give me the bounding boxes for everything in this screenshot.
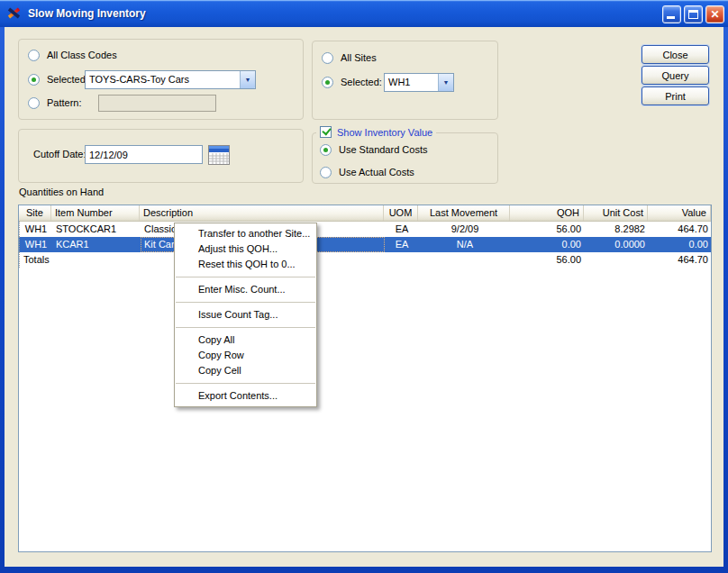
show-inventory-value-checkbox[interactable] [320, 126, 332, 138]
totals-value: 464.70 [649, 252, 712, 268]
menu-item-transfer-site[interactable]: Transfer to another Site... [175, 226, 316, 241]
app-logo-icon [7, 6, 22, 21]
column-header-qoh[interactable]: QOH [510, 205, 584, 221]
titlebar[interactable]: Slow Moving Inventory ✕ [0, 0, 728, 27]
menu-separator [176, 327, 315, 328]
class-code-combobox[interactable]: TOYS-CARS-Toy Cars ▼ [85, 70, 256, 89]
cell-value: 0.00 [649, 237, 712, 252]
print-button[interactable]: Print [642, 86, 709, 105]
pattern-label: Pattern: [47, 97, 82, 108]
cell-uom: EA [385, 237, 419, 252]
menu-separator [176, 383, 315, 384]
selected-site-label: Selected: [341, 77, 382, 87]
use-actual-costs-radio[interactable] [320, 167, 332, 178]
column-header-item-number[interactable]: Item Number [51, 205, 140, 221]
column-header-uom[interactable]: UOM [384, 205, 418, 221]
cell-site: WH1 [20, 222, 52, 237]
menu-item-copy-row[interactable]: Copy Row [175, 348, 316, 363]
menu-item-enter-misc-count[interactable]: Enter Misc. Count... [175, 282, 316, 297]
chevron-down-icon: ▼ [245, 77, 251, 83]
use-actual-costs-label: Use Actual Costs [339, 167, 414, 177]
use-standard-costs-label: Use Standard Costs [339, 144, 427, 155]
minimize-button[interactable] [662, 5, 681, 23]
menu-separator [176, 277, 315, 277]
maximize-button[interactable] [684, 5, 703, 23]
cell-uom: EA [385, 222, 419, 237]
close-button[interactable]: Close [642, 45, 709, 64]
totals-qoh: 56.00 [511, 252, 585, 268]
class-code-dropdown-button[interactable]: ▼ [240, 71, 255, 88]
column-header-site[interactable]: Site [19, 205, 51, 221]
cutoff-date-label: Cutoff Date: [33, 149, 86, 159]
table-row-selected[interactable]: WH1 KCAR1 Kit Car EA N/A 0.00 0.0000 0.0… [19, 237, 711, 252]
cutoff-date-input[interactable] [85, 145, 203, 164]
menu-item-copy-all[interactable]: Copy All [175, 332, 316, 348]
column-header-last-movement[interactable]: Last Movement [418, 205, 510, 221]
all-sites-label: All Sites [341, 52, 377, 63]
selected-site-radio[interactable] [322, 77, 333, 88]
close-window-button[interactable]: ✕ [705, 5, 724, 23]
menu-item-export-contents[interactable]: Export Contents... [175, 388, 316, 404]
maximize-icon [688, 10, 698, 19]
minimize-icon [667, 16, 675, 19]
pattern-input[interactable] [98, 95, 216, 112]
menu-item-reset-qoh[interactable]: Reset this QOH to 0... [175, 257, 316, 272]
site-value: WH1 [388, 74, 410, 91]
column-header-unit-cost[interactable]: Unit Cost [584, 205, 648, 221]
all-class-codes-radio[interactable] [28, 50, 40, 61]
menu-item-copy-cell[interactable]: Copy Cell [175, 363, 316, 378]
pattern-radio[interactable] [28, 97, 40, 109]
close-icon: ✕ [706, 6, 723, 23]
window-title: Slow Moving Inventory [28, 0, 146, 27]
menu-item-adjust-qoh[interactable]: Adjust this QOH... [175, 241, 316, 257]
sites-group: All Sites Selected: WH1 ▼ [312, 41, 498, 120]
query-button[interactable]: Query [642, 66, 709, 85]
app-window: Slow Moving Inventory ✕ All Class Codes … [0, 0, 728, 573]
inventory-value-group: Show Inventory Value Use Standard Costs … [312, 132, 498, 184]
cell-last-movement: 9/2/09 [419, 222, 511, 237]
cell-item-number: KCAR1 [52, 237, 141, 252]
show-inventory-value-label: Show Inventory Value [337, 127, 432, 138]
table-row[interactable]: WH1 STOCKCAR1 Classic EA 9/2/09 56.00 8.… [19, 222, 711, 237]
table-header-row: Site Item Number Description UOM Last Mo… [19, 205, 711, 222]
dialog-body: All Class Codes Selected: TOYS-CARS-Toy … [5, 27, 723, 567]
cell-site: WH1 [20, 237, 52, 252]
cell-unit-cost: 0.0000 [585, 237, 649, 252]
context-menu: Transfer to another Site... Adjust this … [174, 223, 317, 407]
column-header-value[interactable]: Value [648, 205, 711, 221]
class-codes-group: All Class Codes Selected: TOYS-CARS-Toy … [18, 39, 304, 120]
menu-separator [176, 302, 315, 303]
selected-class-code-label: Selected: [47, 74, 88, 85]
cell-item-number: STOCKCAR1 [52, 222, 141, 237]
calendar-icon[interactable] [208, 145, 230, 165]
table-caption: Quantities on Hand [19, 186, 104, 197]
table-totals-row: Totals 56.00 464.70 [19, 252, 711, 268]
column-header-description[interactable]: Description [140, 205, 384, 221]
cell-last-movement: N/A [419, 237, 511, 252]
cell-unit-cost: 8.2982 [585, 222, 649, 237]
selected-class-code-radio[interactable] [28, 74, 40, 86]
class-code-value: TOYS-CARS-Toy Cars [89, 71, 189, 88]
cell-qoh: 0.00 [511, 237, 585, 252]
cutoff-date-group: Cutoff Date: [18, 129, 304, 183]
all-class-codes-label: All Class Codes [47, 50, 117, 60]
quantities-table: Site Item Number Description UOM Last Mo… [18, 205, 712, 552]
menu-item-issue-count-tag[interactable]: Issue Count Tag... [175, 307, 316, 323]
chevron-down-icon: ▼ [443, 79, 450, 86]
all-sites-radio[interactable] [322, 52, 333, 64]
totals-label: Totals [20, 252, 141, 268]
cell-qoh: 56.00 [511, 222, 585, 237]
use-standard-costs-radio[interactable] [320, 144, 332, 156]
cell-value: 464.70 [649, 222, 712, 237]
site-dropdown-button[interactable]: ▼ [438, 74, 453, 91]
site-combobox[interactable]: WH1 ▼ [384, 73, 454, 92]
